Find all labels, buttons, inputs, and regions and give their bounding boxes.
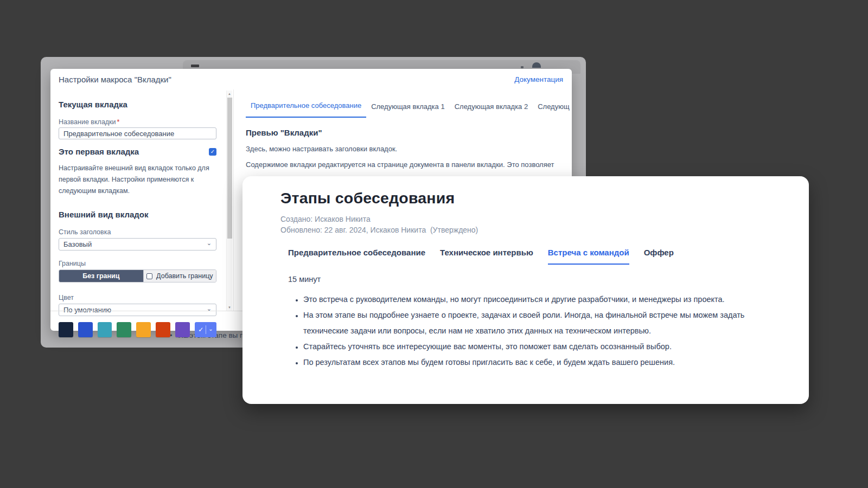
color-swatch-dark-navy[interactable] bbox=[59, 322, 73, 337]
preview-paragraph-1: Здесь, можно настраивать заголовки вклад… bbox=[246, 145, 571, 153]
list-item: Старайтесь уточнять все интересующие вас… bbox=[303, 339, 761, 355]
color-swatch-row: ✓ ⌄ bbox=[59, 322, 216, 337]
stage-description-list: Это встреча с руководителем команды, но … bbox=[288, 292, 761, 370]
required-asterisk: * bbox=[117, 118, 120, 126]
color-swatch-amber[interactable] bbox=[136, 322, 151, 337]
section-appearance: Внешний вид вкладок bbox=[59, 210, 216, 219]
borders-segmented-control: Без границ Добавить границу bbox=[59, 269, 216, 282]
dialog-title: Настройки макроса "Вкладки" bbox=[59, 75, 171, 84]
created-by-line: Создано: Искаков Никита bbox=[280, 214, 809, 225]
doc-tab-technical[interactable]: Техническое интервью bbox=[440, 248, 533, 265]
doc-tab-offer[interactable]: Оффер bbox=[644, 248, 674, 265]
scroll-up-icon[interactable]: ▲ bbox=[227, 92, 232, 95]
dimmed-partial-glyph bbox=[191, 65, 199, 67]
split-divider bbox=[206, 325, 206, 334]
scrollbar-thumb[interactable] bbox=[227, 98, 232, 239]
apply-color-button[interactable]: ✓ ⌄ bbox=[195, 322, 216, 337]
interview-stages-card: Этапы собеседования Создано: Искаков Ник… bbox=[242, 176, 809, 404]
tab-name-label: Название вкладки* bbox=[59, 118, 216, 126]
document-tabs: Предварительное собеседование Техническо… bbox=[288, 248, 809, 265]
border-add-checkbox[interactable] bbox=[146, 273, 152, 279]
color-select-value: По умолчанию bbox=[63, 306, 111, 314]
color-swatch-purple[interactable] bbox=[175, 322, 190, 337]
borders-label: Границы bbox=[59, 260, 216, 267]
dimmed-help-icon bbox=[532, 62, 541, 68]
color-swatch-red-orange[interactable] bbox=[156, 322, 170, 337]
preview-tab-1[interactable]: Предварительное собеседование bbox=[246, 101, 366, 118]
chevron-down-icon: ⌄ bbox=[207, 305, 212, 312]
first-tab-help-text: Настраивайте внешний вид вкладок только … bbox=[59, 163, 216, 197]
updated-by-line: Обновлено: 22 авг. 2024, Искаков Никита … bbox=[280, 225, 809, 236]
color-swatch-green[interactable] bbox=[117, 322, 131, 337]
preview-tab-4-truncated[interactable]: Следующ bbox=[533, 102, 571, 118]
list-item: По результатам всех этапов мы будем гото… bbox=[303, 355, 761, 370]
style-label: Стиль заголовка bbox=[59, 228, 216, 236]
style-select-value: Базовый bbox=[63, 240, 92, 248]
documentation-link[interactable]: Документация bbox=[514, 75, 563, 84]
border-add-label: Добавить границу bbox=[156, 272, 213, 280]
preview-paragraph-2: Содержимое вкладки редактируется на стра… bbox=[246, 160, 571, 169]
border-none-segment[interactable]: Без границ bbox=[59, 270, 143, 282]
style-select[interactable]: Базовый ⌄ bbox=[59, 238, 216, 251]
page-title: Этапы собеседования bbox=[280, 189, 809, 207]
first-tab-label: Это первая вкладка bbox=[59, 147, 139, 156]
section-current-tab: Текущая вкладка bbox=[59, 100, 216, 109]
doc-tab-preliminary[interactable]: Предварительное собеседование bbox=[288, 248, 425, 265]
list-item: На этом этапе вы подробнее узнаете о про… bbox=[303, 307, 761, 339]
preview-heading: Превью "Вкладки" bbox=[246, 128, 571, 137]
scroll-down-icon[interactable]: ▼ bbox=[227, 306, 232, 309]
color-swatch-teal[interactable] bbox=[98, 322, 112, 337]
doc-tab-team-meeting[interactable]: Встреча с командой bbox=[548, 248, 629, 265]
dimmed-partial-icon bbox=[521, 66, 524, 68]
macro-form-panel: Текущая вкладка Название вкладки* Это пе… bbox=[59, 96, 216, 337]
preview-tabs: Предварительное собеседование Следующая … bbox=[246, 101, 571, 118]
check-icon: ✓ bbox=[198, 326, 203, 333]
form-scrollbar[interactable]: ▲ ▼ bbox=[226, 91, 232, 311]
list-item: Это встреча с руководителем команды, но … bbox=[303, 292, 761, 307]
color-select[interactable]: По умолчанию ⌄ bbox=[59, 304, 216, 316]
border-add-segment[interactable]: Добавить границу bbox=[143, 270, 216, 282]
chevron-down-icon: ⌄ bbox=[207, 240, 212, 247]
dialog-header: Настройки макроса "Вкладки" Документация bbox=[50, 69, 572, 89]
preview-tab-2[interactable]: Следующая вкладка 1 bbox=[366, 102, 450, 118]
preview-tab-3[interactable]: Следующая вкладка 2 bbox=[450, 102, 533, 118]
color-label: Цвет bbox=[59, 294, 216, 301]
tab-name-input[interactable] bbox=[59, 127, 216, 139]
color-swatch-blue[interactable] bbox=[78, 322, 93, 337]
chevron-down-icon[interactable]: ⌄ bbox=[208, 326, 213, 332]
first-tab-checkbox[interactable]: ✓ bbox=[209, 148, 216, 156]
duration-text: 15 минут bbox=[288, 275, 809, 284]
